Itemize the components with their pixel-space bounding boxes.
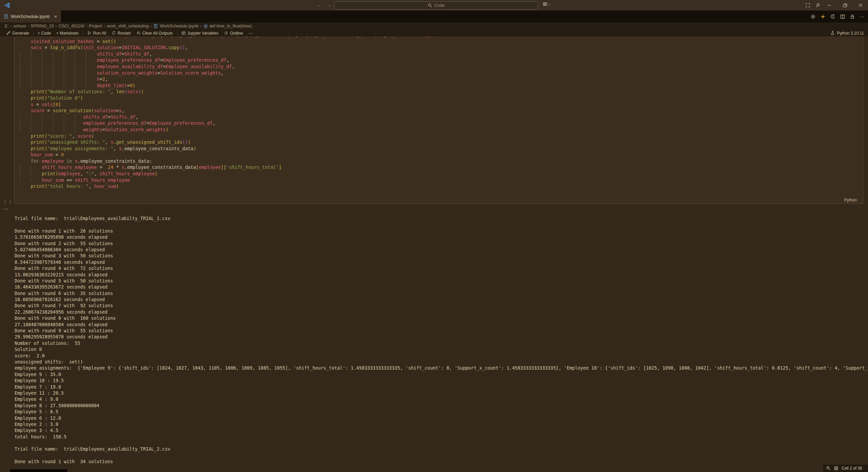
- zoom-out-icon[interactable]: [826, 466, 831, 471]
- breadcrumb-item[interactable]: CSCI_4511W: [59, 24, 84, 28]
- code-line: s = sols[0]: [20, 101, 863, 108]
- breadcrumb-item[interactable]: Project: [89, 24, 102, 28]
- clear-all-outputs-button[interactable]: Clear All Outputs: [134, 30, 176, 36]
- kernel-picker[interactable]: Python 3.10.11: [830, 30, 864, 36]
- output-line: employee assignments: {'Employee 9': {'s…: [15, 365, 868, 371]
- breadcrumb-item[interactable]: WorkSchedule.ipynb: [153, 24, 198, 28]
- breadcrumb: E:›school›SPRING_23›CSCI_4511W›Project›w…: [0, 22, 868, 30]
- vscode-window: ← → Code: [0, 0, 868, 472]
- code-line: score = score_solution(solution=s,: [20, 107, 863, 114]
- kernel-label: Python 3.10.11: [837, 31, 864, 36]
- output-line: Done with round 6 with 35 solutions: [15, 291, 868, 297]
- outline-button[interactable]: Outline: [221, 30, 245, 36]
- output-line: Employee 5 : 8.5: [15, 409, 868, 415]
- breadcrumb-item-label: def time_to_float(time):: [210, 24, 253, 28]
- jupyter-variables-label: Jupyter Variables: [188, 31, 219, 36]
- output-line: Employee 8 : 27.500000000000004: [15, 403, 868, 409]
- nav-back-button[interactable]: ←: [315, 1, 323, 9]
- breadcrumb-item[interactable]: SPRING_23: [31, 24, 54, 28]
- code-line: hour_sum += shift_hours_employee: [20, 177, 863, 183]
- output-line: 13.002936363220215 seconds elapsed: [15, 272, 868, 278]
- toolbar-separator: [177, 31, 177, 35]
- tab-close-icon[interactable]: ×: [54, 14, 57, 19]
- output-line: unassigned shifts: set(): [15, 359, 868, 365]
- cell-indicator-bar: Cell 2 of 36: [823, 465, 868, 472]
- code-line: print(employee, ":", shift_hours_employe…: [20, 171, 863, 177]
- execution-count: [ ]: [4, 199, 12, 204]
- tab-title: WorkSchedule.ipynb: [11, 14, 50, 19]
- toolbar-more-button[interactable]: ⋯: [245, 30, 256, 36]
- output-line: 1.5701665878295898 seconds elapsed: [15, 234, 868, 240]
- breadcrumb-item-label: work_shift_scheduling: [107, 24, 149, 28]
- breadcrumb-item[interactable]: work_shift_scheduling: [107, 24, 149, 28]
- more-actions-icon[interactable]: ⋯: [859, 13, 866, 20]
- selected-output-fragment: [10, 469, 67, 472]
- add-markdown-button[interactable]: + Markdown: [54, 30, 81, 36]
- tab-workschedule[interactable]: WorkSchedule.ipynb ×: [0, 11, 61, 22]
- breadcrumb-item-label: E:: [5, 24, 9, 28]
- code-line: shifts_df=Shifts_df,: [20, 114, 863, 120]
- title-bar: ← → Code: [0, 0, 868, 11]
- notebook-icon: [3, 14, 8, 19]
- nav-forward-button[interactable]: →: [325, 1, 333, 9]
- code-line: employee_preferences_df=Employee_prefere…: [20, 120, 863, 126]
- code-editor[interactable]: INITIAL_SOLUTION = Solution(shifts_df=Sh…: [15, 37, 863, 190]
- output-line: 18.60569667816162 seconds elapsed: [15, 297, 868, 303]
- output-line: Employee 7 : 19.0: [15, 384, 868, 390]
- history-icon[interactable]: [829, 13, 836, 20]
- editor-actions: ⋯: [809, 11, 866, 22]
- generate-label: Generate: [12, 31, 29, 36]
- cell-output: Trial file name: trial\Employees_availab…: [15, 216, 868, 472]
- restart-button[interactable]: Restart: [109, 30, 134, 36]
- output-line: 27.108487606048584 seconds elapsed: [15, 322, 868, 328]
- chevron-right-icon: ›: [26, 24, 31, 28]
- toolbar-separator: [33, 31, 34, 35]
- output-line: 8.544723987579346 seconds elapsed: [15, 259, 868, 266]
- chevron-right-icon: ›: [102, 24, 107, 28]
- output-line: 22.260674238204956 seconds elapsed: [15, 309, 868, 315]
- breadcrumb-item-label: CSCI_4511W: [59, 24, 84, 28]
- chat-panel-button[interactable]: [542, 2, 551, 7]
- output-line: Employee 11 : 20.5: [15, 390, 868, 396]
- cell-indicator-label: Cell 2 of 36: [842, 466, 862, 471]
- vscode-logo-icon: [4, 2, 10, 8]
- lock-icon[interactable]: [849, 13, 856, 20]
- breadcrumb-item[interactable]: def time_to_float(time):: [203, 24, 253, 28]
- code-line: weights=Solution_score_weights): [20, 126, 863, 133]
- code-line: shifts_df=Shifts_df,: [20, 51, 863, 57]
- cell-collapse-indicator[interactable]: •••: [3, 208, 8, 211]
- split-editor-icon[interactable]: [839, 13, 846, 20]
- output-line: Employee 6 : 12.0: [15, 415, 868, 421]
- add-code-button[interactable]: + Code: [35, 30, 54, 36]
- flask-icon: [830, 31, 835, 35]
- command-center-search[interactable]: Code: [334, 1, 538, 9]
- restart-label: Restart: [118, 31, 131, 36]
- output-line: 5.027406454086304 seconds elapsed: [15, 247, 868, 253]
- code-line: print("Number of solutions: ", len(sols)…: [20, 88, 863, 95]
- output-line: Done with round 1 with 26 solutions: [15, 228, 868, 234]
- goto-cell-grid-icon[interactable]: [834, 466, 839, 471]
- output-line: Employee 3 : 4.5: [15, 428, 868, 434]
- outline-label: Outline: [230, 31, 243, 36]
- output-line: Done with round 4 with 72 solutions: [15, 266, 868, 272]
- output-line: Done with round 5 with 50 solutions: [15, 278, 868, 284]
- search-label: Code: [434, 3, 445, 8]
- code-cell[interactable]: INITIAL_SOLUTION = Solution(shifts_df=Sh…: [14, 37, 863, 204]
- code-line: for employee in s.employee_constraints_d…: [20, 158, 863, 164]
- gear-icon[interactable]: [809, 13, 817, 20]
- breadcrumb-item-label: WorkSchedule.ipynb: [160, 24, 198, 28]
- output-line: Employee 4 : 9.0: [15, 396, 868, 402]
- restore-button[interactable]: [838, 0, 852, 11]
- breadcrumb-item[interactable]: E:: [5, 24, 9, 28]
- sparkle-icon[interactable]: [819, 13, 827, 20]
- output-line: Employee 10 : 19.5: [15, 378, 868, 384]
- breadcrumb-item[interactable]: school: [14, 24, 26, 28]
- output-line: [15, 222, 868, 228]
- generate-button[interactable]: Generate: [3, 30, 32, 36]
- close-window-button[interactable]: [854, 0, 867, 11]
- minimize-button[interactable]: [822, 0, 836, 11]
- cell-language-label[interactable]: Python: [844, 198, 857, 202]
- output-line: score: 2.0: [15, 353, 868, 359]
- jupyter-variables-button[interactable]: Jupyter Variables: [179, 30, 221, 36]
- run-all-button[interactable]: Run All: [84, 30, 109, 36]
